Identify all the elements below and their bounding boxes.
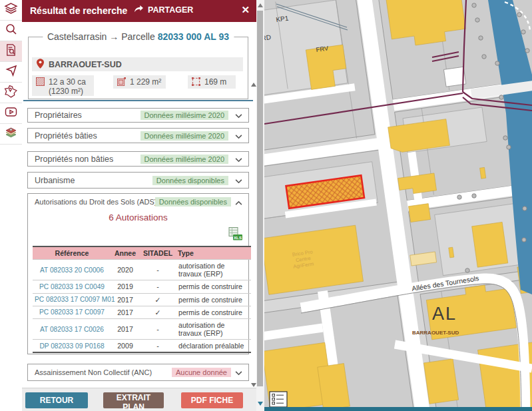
action-bar: RETOUR EXTRAIT PLAN PDF FICHE (22, 388, 256, 411)
status-badge: Données millésime 2020 (140, 111, 228, 120)
results-panel: Résultat de recherche PARTAGER ✕ Castels… (22, 0, 256, 411)
map-bottom-strip (264, 407, 532, 411)
share-icon (134, 5, 144, 15)
toolbar-rail (0, 0, 23, 411)
map-canvas[interactable]: Brico Pro Centre AgriFerm (264, 0, 532, 411)
file-search-icon (5, 43, 17, 59)
reference-link[interactable]: PC 082033 17 C0097 (33, 306, 111, 318)
section-proprietes-non-baties[interactable]: Propriétés non bâties Données millésime … (27, 151, 249, 167)
chevron-down-icon (235, 366, 242, 378)
cursor-arrow-icon (5, 64, 18, 80)
location-pin-icon (37, 59, 44, 71)
reference-link[interactable]: AT 082033 20 C0006 (33, 260, 111, 280)
colored-layers-icon (4, 126, 18, 143)
surface-cadastrale-value: 12 a 30 ca(1230 m²) (49, 77, 86, 96)
col-sitadel: SITADEL (139, 246, 176, 260)
chevron-down-icon (235, 153, 242, 165)
status-badge: Données disponibles (152, 176, 228, 185)
parcelle-label: Parcelle (121, 31, 155, 42)
extrait-plan-button[interactable]: EXTRAIT PLAN (103, 392, 164, 408)
toolbar-item-parcel-report[interactable] (0, 41, 22, 62)
reference-link[interactable]: PC 082033 17 C0097 M01 (33, 293, 111, 306)
table-row: AT 082033 20 C0006 2020 - autorisation d… (33, 260, 251, 280)
surface-geo-chip: 1 229 m² (113, 75, 166, 89)
parcel-breadcrumb: Castelsarrasin → Parcelle 82033 000 AL 9… (43, 31, 234, 42)
section-ads: Autorisations du Droit des Sols (ADS) Do… (27, 193, 249, 354)
perimeter-value: 169 m (204, 77, 226, 87)
share-button[interactable]: PARTAGER (134, 5, 193, 15)
commune-name: Castelsarrasin (47, 31, 107, 42)
status-badge: Données disponibles (155, 197, 231, 206)
section-label: Propriétaires (35, 111, 82, 120)
table-header-row: Référence Annee SITADEL Type (33, 246, 251, 260)
status-badge: Données millésime 2020 (140, 155, 228, 164)
toolbar-item-video-tutorials[interactable] (0, 103, 22, 124)
area-square-icon (117, 77, 126, 88)
chevron-down-icon (235, 130, 242, 142)
video-play-icon (4, 105, 18, 121)
status-badge: Données millésime 2020 (140, 131, 228, 141)
table-row: DP 082033 09 P0168 2009 - déclaration pr… (33, 340, 251, 353)
toolbar-item-layers[interactable] (0, 0, 22, 21)
table-row: PC 082033 17 C0097 M01 2017 ✓ permis de … (33, 293, 251, 306)
section-label: Propriétés bâties (35, 131, 97, 141)
perimeter-square-icon (192, 77, 200, 88)
status-badge: Aucune donnée (172, 368, 231, 377)
svg-text:XLS: XLS (234, 235, 242, 240)
ads-table: Référence Annee SITADEL Type AT 082033 2… (33, 246, 251, 353)
reference-link[interactable]: PC 082033 19 C0049 (33, 280, 111, 293)
breadcrumb-arrow: → (109, 31, 119, 42)
section-proprietes-baties[interactable]: Propriétés bâties Données millésime 2020 (27, 128, 249, 143)
section-label: Assainissement Non Collectif (ANC) (35, 368, 152, 376)
section-divider (23, 100, 253, 101)
chevron-up-icon (235, 196, 242, 208)
reference-link[interactable]: DP 082033 09 P0168 (33, 340, 111, 353)
panel-title: Résultat de recherche (30, 5, 127, 16)
hatched-square-icon (36, 77, 45, 88)
toolbar-item-thematic-layers[interactable] (0, 124, 22, 145)
authorizations-count: 6 Autorisations (28, 212, 248, 222)
perimeter-chip: 169 m (188, 75, 236, 89)
layers-icon (4, 2, 18, 19)
pdf-fiche-button[interactable]: PDF FICHE (181, 392, 243, 408)
col-type: Type (176, 246, 251, 260)
app-window: Résultat de recherche PARTAGER ✕ Castels… (0, 0, 532, 411)
section-ads-header[interactable]: Autorisations du Droit des Sols (ADS) Do… (28, 194, 248, 210)
table-row: AT 082033 17 C0026 2017 - autorisation d… (33, 318, 251, 339)
table-row: PC 082033 17 C0097 2017 ✓ permis de cons… (33, 306, 251, 318)
section-label: Urbanisme (35, 176, 75, 185)
section-anc[interactable]: Assainissement Non Collectif (ANC) Aucun… (27, 364, 249, 381)
panel-scroll-down-icon[interactable] (251, 383, 256, 387)
scroll-up-icon[interactable] (258, 3, 263, 7)
reference-link[interactable]: AT 082033 17 C0026 (33, 318, 111, 339)
cadastral-section-label: AL (432, 304, 457, 324)
map-label-rd: RD (264, 33, 272, 42)
surface-cadastrale-chip: 12 a 30 ca(1230 m²) (32, 75, 94, 96)
col-reference: Référence (33, 246, 111, 260)
scrollbar-thumb[interactable] (257, 11, 263, 386)
surface-geo-value: 1 229 m² (130, 77, 161, 87)
share-label: PARTAGER (148, 5, 193, 15)
toolbar-item-measure-arrow[interactable] (0, 62, 22, 83)
search-icon (5, 23, 18, 39)
map-legend-button[interactable] (270, 392, 287, 407)
parcelle-id: 82033 000 AL 93 (158, 31, 229, 42)
toolbar-item-search[interactable] (0, 21, 22, 41)
lieu-dit-label: BARRAOUET-SUD (49, 60, 122, 69)
export-xls-button[interactable]: XLS (228, 227, 242, 243)
section-label: Propriétés non bâties (35, 155, 113, 164)
col-annee: Annee (111, 246, 139, 260)
map-lieu-dit-label: BARRAOUET-SUD (412, 330, 459, 336)
panel-header: Résultat de recherche PARTAGER ✕ (22, 0, 256, 22)
close-icon[interactable]: ✕ (241, 4, 250, 16)
scroll-down-icon[interactable] (258, 402, 263, 406)
page-scrollbar[interactable] (256, 0, 264, 411)
panel-scroll-up-icon[interactable] (251, 83, 256, 87)
section-proprietaires[interactable]: Propriétaires Données millésime 2020 (27, 108, 249, 123)
retour-button[interactable]: RETOUR (25, 392, 88, 408)
chevron-down-icon (235, 109, 242, 121)
toolbar-item-france-locate[interactable] (0, 83, 22, 103)
france-map-icon (4, 85, 18, 101)
lieu-dit-pill: BARRAOUET-SUD (32, 57, 243, 71)
section-urbanisme[interactable]: Urbanisme Données disponibles (27, 172, 249, 189)
